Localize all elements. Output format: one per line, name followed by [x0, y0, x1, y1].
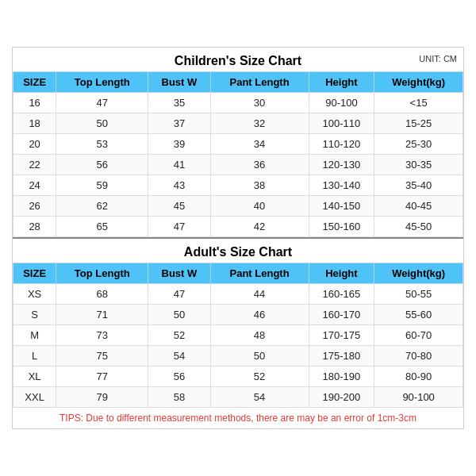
table-cell: L	[13, 346, 56, 367]
table-cell: 47	[56, 93, 148, 113]
table-row: S715046160-17055-60	[13, 305, 463, 325]
table-cell: 58	[148, 387, 210, 408]
table-cell: 60-70	[374, 325, 463, 346]
table-cell: 160-165	[309, 284, 374, 305]
table-row: L755450175-18070-80	[13, 346, 463, 367]
table-cell: 150-160	[309, 217, 374, 237]
table-cell: 52	[148, 325, 210, 346]
table-row: 24594338130-14035-40	[13, 175, 463, 196]
table-cell: 40	[210, 196, 309, 217]
table-cell: 130-140	[309, 175, 374, 196]
table-cell: 40-45	[374, 196, 463, 217]
table-cell: 48	[210, 325, 309, 346]
table-cell: 20	[13, 134, 56, 155]
table-row: XXL795854190-20090-100	[13, 387, 463, 408]
children-title-text: Children's Size Chart	[175, 54, 301, 67]
table-cell: XXL	[13, 387, 56, 408]
table-cell: 73	[56, 325, 148, 346]
adult-col-bustw: Bust W	[148, 263, 210, 284]
table-cell: 50	[56, 113, 148, 134]
table-cell: 46	[210, 305, 309, 325]
table-cell: 30-35	[374, 155, 463, 175]
table-cell: 75	[56, 346, 148, 367]
children-col-weight: Weight(kg)	[374, 72, 463, 93]
table-cell: 190-200	[309, 387, 374, 408]
table-cell: 43	[148, 175, 210, 196]
table-cell: 180-190	[309, 367, 374, 387]
table-cell: 30	[210, 93, 309, 113]
table-cell: 52	[210, 367, 309, 387]
table-cell: 42	[210, 217, 309, 237]
table-row: XL775652180-19080-90	[13, 367, 463, 387]
table-cell: 28	[13, 217, 56, 237]
table-cell: 35-40	[374, 175, 463, 196]
table-cell: 90-100	[374, 387, 463, 408]
table-cell: 100-110	[309, 113, 374, 134]
table-cell: 38	[210, 175, 309, 196]
table-cell: 53	[56, 134, 148, 155]
table-cell: 50-55	[374, 284, 463, 305]
table-cell: 22	[13, 155, 56, 175]
adult-col-pantlength: Pant Length	[210, 263, 309, 284]
table-cell: 110-120	[309, 134, 374, 155]
table-row: 18503732100-11015-25	[13, 113, 463, 134]
table-row: 28654742150-16045-50	[13, 217, 463, 237]
table-cell: S	[13, 305, 56, 325]
table-cell: 56	[148, 367, 210, 387]
adult-col-height: Height	[309, 263, 374, 284]
table-cell: 54	[148, 346, 210, 367]
table-cell: 70-80	[374, 346, 463, 367]
table-cell: 16	[13, 93, 56, 113]
adult-col-toplength: Top Length	[56, 263, 148, 284]
table-cell: M	[13, 325, 56, 346]
table-cell: 50	[148, 305, 210, 325]
table-row: 1647353090-100<15	[13, 93, 463, 113]
table-cell: 47	[148, 284, 210, 305]
table-cell: 35	[148, 93, 210, 113]
table-cell: 68	[56, 284, 148, 305]
table-cell: 18	[13, 113, 56, 134]
table-cell: 45	[148, 196, 210, 217]
children-header-row: SIZE Top Length Bust W Pant Length Heigh…	[13, 72, 463, 93]
children-col-size: SIZE	[13, 72, 56, 93]
table-cell: 47	[148, 217, 210, 237]
table-cell: 32	[210, 113, 309, 134]
table-cell: 44	[210, 284, 309, 305]
table-cell: 54	[210, 387, 309, 408]
table-cell: 79	[56, 387, 148, 408]
table-cell: 120-130	[309, 155, 374, 175]
table-cell: 90-100	[309, 93, 374, 113]
adult-col-weight: Weight(kg)	[374, 263, 463, 284]
table-cell: <15	[374, 93, 463, 113]
table-cell: 50	[210, 346, 309, 367]
adult-table: SIZE Top Length Bust W Pant Length Heigh…	[13, 263, 463, 408]
size-chart-container: Children's Size Chart UNIT: CM SIZE Top …	[12, 47, 464, 429]
table-cell: 25-30	[374, 134, 463, 155]
table-cell: 26	[13, 196, 56, 217]
tips-text: TIPS: Due to different measurement metho…	[13, 408, 463, 428]
table-cell: 175-180	[309, 346, 374, 367]
table-cell: 55-60	[374, 305, 463, 325]
table-cell: 62	[56, 196, 148, 217]
table-cell: 140-150	[309, 196, 374, 217]
table-row: 20533934110-12025-30	[13, 134, 463, 155]
table-row: 26624540140-15040-45	[13, 196, 463, 217]
table-cell: 65	[56, 217, 148, 237]
adult-chart-title: Adult's Size Chart	[13, 237, 463, 263]
adult-header-row: SIZE Top Length Bust W Pant Length Heigh…	[13, 263, 463, 284]
table-cell: 15-25	[374, 113, 463, 134]
table-cell: 80-90	[374, 367, 463, 387]
table-cell: 59	[56, 175, 148, 196]
adult-title-text: Adult's Size Chart	[184, 245, 292, 259]
unit-label: UNIT: CM	[419, 54, 457, 63]
table-cell: 41	[148, 155, 210, 175]
table-cell: 39	[148, 134, 210, 155]
children-col-pantlength: Pant Length	[210, 72, 309, 93]
adult-tbody: XS684744160-16550-55S715046160-17055-60M…	[13, 284, 463, 408]
table-cell: 160-170	[309, 305, 374, 325]
children-col-toplength: Top Length	[56, 72, 148, 93]
children-table: SIZE Top Length Bust W Pant Length Heigh…	[13, 71, 463, 237]
table-cell: 24	[13, 175, 56, 196]
table-cell: 37	[148, 113, 210, 134]
children-col-height: Height	[309, 72, 374, 93]
